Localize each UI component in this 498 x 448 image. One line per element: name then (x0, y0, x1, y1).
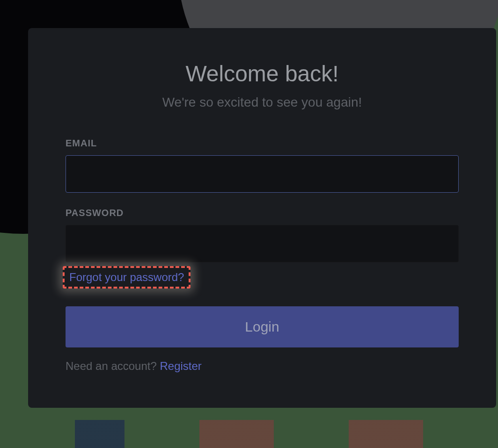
password-input[interactable] (66, 225, 459, 262)
password-field-group: PASSWORD (66, 208, 459, 262)
email-input[interactable] (66, 155, 459, 193)
forgot-password-link[interactable]: Forgot your password? (69, 271, 184, 283)
password-label: PASSWORD (66, 208, 459, 218)
email-label: EMAIL (66, 138, 459, 149)
forgot-password-wrapper: Forgot your password? (63, 266, 190, 289)
login-button[interactable]: Login (66, 306, 459, 347)
welcome-heading: Welcome back! (66, 61, 459, 87)
register-link[interactable]: Register (160, 360, 201, 372)
email-field-group: EMAIL (66, 138, 459, 193)
register-row: Need an account? Register (66, 360, 459, 373)
login-card: Welcome back! We're so excited to see yo… (28, 28, 496, 408)
welcome-subheading: We're so excited to see you again! (66, 95, 459, 110)
register-prompt: Need an account? (66, 360, 160, 372)
